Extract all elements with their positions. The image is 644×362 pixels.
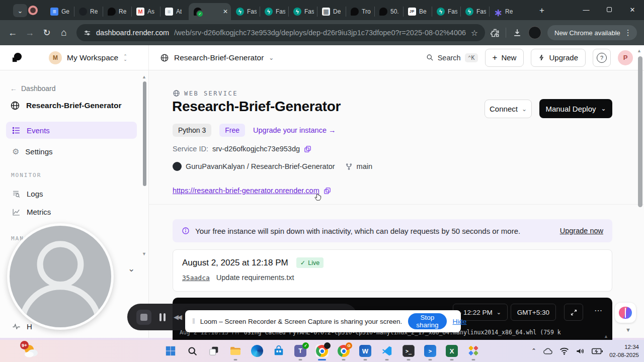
browser-tab[interactable]: Fas <box>231 3 260 20</box>
sidebar-item-settings[interactable]: Settings <box>6 143 137 160</box>
tab-search-button[interactable]: ⌄ <box>13 4 27 17</box>
upgrade-button[interactable]: Upgrade <box>531 49 586 67</box>
sidebar-scrollbar-thumb[interactable] <box>143 81 146 186</box>
reload-button[interactable] <box>38 24 55 41</box>
taskbar-clock[interactable]: 12:3402-08-2025 <box>609 343 639 359</box>
tray-chevron-icon[interactable]: ⌃ <box>531 347 536 354</box>
commit-hash-link[interactable]: 35aadca <box>182 274 210 282</box>
excel-button[interactable]: X <box>445 344 458 357</box>
sidebar-back-dashboard[interactable]: Dashboard <box>10 84 56 93</box>
wifi-icon[interactable] <box>559 347 569 355</box>
browser-tab[interactable]: Fas <box>288 3 317 20</box>
upgrade-now-link[interactable]: Upgrade now <box>560 227 603 235</box>
downloads-icon[interactable] <box>512 28 522 38</box>
page-scroll-up-icon[interactable]: ▲ <box>637 48 641 53</box>
browser-tab[interactable]: Fas <box>460 3 489 20</box>
task-view-button[interactable] <box>207 344 220 357</box>
browser-tab[interactable]: Fas <box>432 3 460 20</box>
new-button[interactable]: New <box>485 49 524 67</box>
power-platform-button[interactable] <box>467 344 480 357</box>
sidebar-service-name[interactable]: Research-Brief-Generator <box>10 101 122 111</box>
browser-tab[interactable]: Re <box>74 3 103 20</box>
browser-tab[interactable]: 50. <box>374 3 403 20</box>
render-logo-icon[interactable] <box>11 52 23 63</box>
log-more-button[interactable] <box>594 306 602 315</box>
expand-logs-button[interactable] <box>564 304 583 321</box>
browser-tab[interactable]: Re <box>103 3 131 20</box>
service-url-link[interactable]: https://research-brief-generator.onrende… <box>173 187 319 195</box>
upgrade-instance-link[interactable]: Upgrade your instance → <box>253 126 336 134</box>
sidebar-scroll-up-icon[interactable]: ▲ <box>142 74 146 79</box>
profile-avatar[interactable] <box>528 26 541 39</box>
file-explorer-button[interactable] <box>229 344 242 357</box>
sidebar-item-metrics[interactable]: Metrics <box>6 203 137 220</box>
log-timezone-button[interactable]: GMT+5:30 <box>511 304 556 321</box>
loom-stop-button[interactable] <box>136 310 151 325</box>
search-button[interactable]: Search ⌃K <box>426 53 478 62</box>
powershell-button[interactable]: > <box>424 344 437 357</box>
workspace-switch-icon[interactable]: ⌃⌄ <box>123 55 127 61</box>
workspace-avatar[interactable]: M <box>49 51 62 64</box>
chrome-active-button[interactable] <box>315 344 329 357</box>
close-button[interactable]: ✕ <box>621 0 644 19</box>
back-button[interactable] <box>4 24 21 41</box>
home-button[interactable] <box>55 24 72 41</box>
scroll-down-icon[interactable]: ▼ <box>625 327 631 333</box>
terminal-button[interactable]: >_ <box>402 344 415 357</box>
browser-tab-active[interactable]: ✕ <box>189 3 231 20</box>
battery-icon[interactable] <box>592 347 603 355</box>
browser-tab[interactable]: Ge <box>45 3 74 20</box>
onedrive-cloud-icon[interactable] <box>543 347 553 355</box>
browser-tab[interactable]: Fas <box>260 3 288 20</box>
sidebar-item-logs[interactable]: Logs <box>6 185 137 202</box>
tab-close-button[interactable]: ✕ <box>223 8 228 15</box>
drag-handle-icon[interactable]: ‖ <box>192 317 194 325</box>
connect-button[interactable]: Connect⌄ <box>485 100 532 118</box>
minimize-button[interactable]: — <box>575 0 598 19</box>
word-button[interactable]: W <box>359 344 372 357</box>
browser-tab[interactable]: De <box>317 3 346 20</box>
browser-tab[interactable]: Be <box>403 3 432 20</box>
user-avatar[interactable]: P <box>618 50 633 65</box>
copy-service-id-button[interactable] <box>304 145 311 153</box>
new-tab-button[interactable]: + <box>535 4 548 17</box>
browser-tab[interactable]: Tro <box>346 3 374 20</box>
browser-tab[interactable]: As <box>131 3 160 20</box>
deploy-card[interactable]: August 2, 2025 at 12:18 PM ✓Live 35aadca… <box>173 249 612 292</box>
site-settings-icon[interactable] <box>84 29 91 37</box>
vscode-button[interactable] <box>380 344 393 357</box>
chrome-update-chip[interactable]: New Chrome available <box>547 25 637 40</box>
taskbar-weather-widget[interactable]: 9+ <box>22 342 40 359</box>
log-scroll-up-icon[interactable]: ▲ <box>604 334 608 339</box>
page-scrollbar-thumb[interactable] <box>638 56 642 207</box>
help-button[interactable]: ? <box>593 49 611 67</box>
hide-link[interactable]: Hide <box>453 318 467 325</box>
bookmark-star-icon[interactable] <box>471 28 478 38</box>
webcam-collapse-icon[interactable]: ⌄ <box>128 263 135 274</box>
workspace-name[interactable]: My Workspace <box>67 53 118 62</box>
loom-pause-button[interactable] <box>159 313 166 321</box>
stop-sharing-button[interactable]: Stop sharing <box>408 313 446 329</box>
sidebar-scroll-down-icon[interactable]: ▼ <box>142 251 146 256</box>
forward-button[interactable] <box>21 24 38 41</box>
service-switcher[interactable]: Research-Brief-Generator <box>174 53 264 62</box>
teams-button[interactable]: T✓ <box>294 344 307 357</box>
sidebar-item-events[interactable]: Events <box>6 122 137 139</box>
extensions-icon[interactable] <box>490 28 500 38</box>
microsoft-store-button[interactable] <box>272 344 285 357</box>
manual-deploy-button[interactable]: Manual Deploy⌄ <box>539 99 612 118</box>
loom-webcam-bubble[interactable] <box>7 223 114 330</box>
loom-rewind-button[interactable]: ◀◀ <box>174 313 181 321</box>
menu-kebab-icon[interactable] <box>624 28 632 37</box>
chrome-profile2-button[interactable]: G <box>337 344 350 357</box>
copy-url-button[interactable] <box>324 187 331 195</box>
taskbar-search-button[interactable] <box>186 344 199 357</box>
address-bar[interactable]: dashboard.render.com/web/srv-d26ofkogjch… <box>76 24 485 41</box>
extension-floating-button[interactable] <box>615 303 636 323</box>
edge-button[interactable] <box>251 344 264 357</box>
chevron-down-icon[interactable]: ⌄ <box>269 54 274 61</box>
start-button[interactable] <box>164 344 177 357</box>
maximize-button[interactable] <box>598 0 621 19</box>
browser-tab[interactable]: At <box>160 3 189 20</box>
browser-tab[interactable]: Re <box>489 3 518 20</box>
